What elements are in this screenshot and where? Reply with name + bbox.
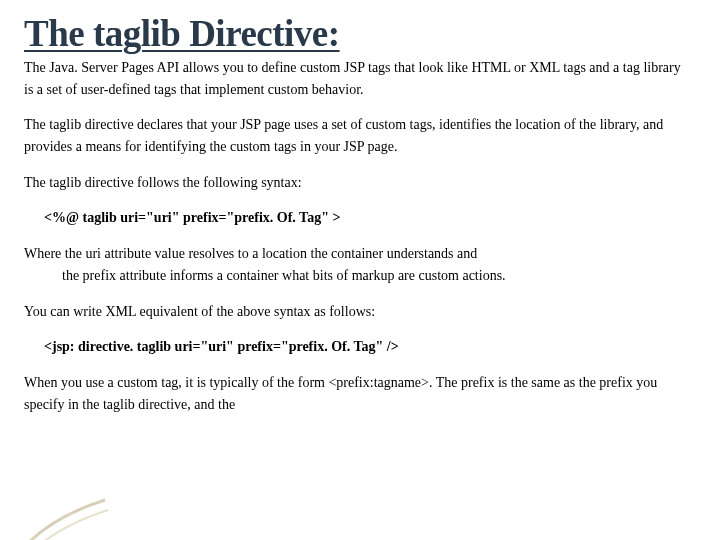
body-content: The Java. Server Pages API allows you to… bbox=[24, 57, 692, 415]
paragraph-6: When you use a custom tag, it is typical… bbox=[24, 372, 692, 415]
slide-page: The taglib Directive: The Java. Server P… bbox=[0, 0, 720, 540]
page-title: The taglib Directive: bbox=[24, 12, 692, 55]
paragraph-1: The Java. Server Pages API allows you to… bbox=[24, 57, 692, 100]
paragraph-2: The taglib directive declares that your … bbox=[24, 114, 692, 157]
paragraph-4-line2: the prefix attribute informs a container… bbox=[62, 268, 506, 283]
paragraph-4: Where the uri attribute value resolves t… bbox=[62, 243, 692, 286]
code-syntax-1: <%@ taglib uri="uri" prefix="prefix. Of.… bbox=[44, 207, 692, 229]
paragraph-3: The taglib directive follows the followi… bbox=[24, 172, 692, 194]
paragraph-4-line1: Where the uri attribute value resolves t… bbox=[24, 246, 477, 261]
paragraph-5: You can write XML equivalent of the abov… bbox=[24, 301, 692, 323]
code-syntax-2: <jsp: directive. taglib uri="uri" prefix… bbox=[44, 336, 692, 358]
